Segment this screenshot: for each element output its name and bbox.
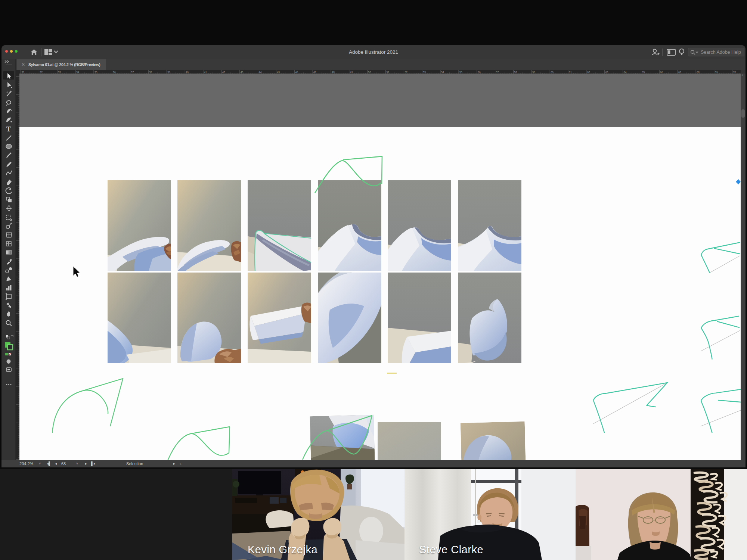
svg-text:37: 37 — [131, 71, 134, 74]
svg-text:67: 67 — [678, 71, 681, 74]
svg-text:32: 32 — [40, 71, 43, 74]
svg-text:46: 46 — [295, 71, 298, 74]
svg-text:52: 52 — [405, 71, 407, 74]
svg-text:48: 48 — [332, 71, 335, 74]
svg-text:64: 64 — [624, 71, 627, 74]
svg-text:59: 59 — [532, 71, 535, 74]
svg-text:43: 43 — [241, 71, 244, 74]
svg-text:T: T — [6, 125, 11, 133]
svg-text:38: 38 — [149, 71, 152, 74]
svg-text:51: 51 — [387, 71, 390, 74]
svg-text:58: 58 — [514, 71, 517, 74]
svg-text:69: 69 — [715, 71, 718, 74]
svg-text:63: 63 — [605, 71, 608, 74]
svg-text:66: 66 — [660, 71, 663, 74]
svg-text:39: 39 — [167, 71, 170, 74]
svg-text:33: 33 — [58, 71, 61, 74]
svg-text:47: 47 — [313, 71, 316, 74]
svg-text:53: 53 — [423, 71, 426, 74]
svg-text:36: 36 — [113, 71, 116, 74]
svg-text:40: 40 — [186, 71, 189, 74]
svg-text:61: 61 — [569, 71, 572, 74]
svg-text:68: 68 — [697, 71, 700, 74]
svg-text:44: 44 — [259, 71, 262, 74]
svg-text:60: 60 — [551, 71, 554, 74]
svg-text:50: 50 — [368, 71, 371, 74]
svg-text:34: 34 — [76, 71, 79, 74]
svg-text:56: 56 — [478, 71, 481, 74]
svg-text:65: 65 — [642, 71, 645, 74]
svg-text:49: 49 — [350, 71, 353, 74]
svg-text:41: 41 — [204, 71, 207, 74]
svg-text:45: 45 — [277, 71, 280, 74]
svg-text:55: 55 — [459, 71, 462, 74]
svg-text:57: 57 — [496, 71, 499, 74]
svg-text:42: 42 — [222, 71, 225, 74]
svg-text:54: 54 — [441, 71, 444, 74]
svg-text:35: 35 — [94, 71, 97, 74]
svg-text:62: 62 — [587, 71, 590, 74]
svg-text:70: 70 — [733, 71, 736, 74]
svg-text:31: 31 — [22, 71, 25, 74]
